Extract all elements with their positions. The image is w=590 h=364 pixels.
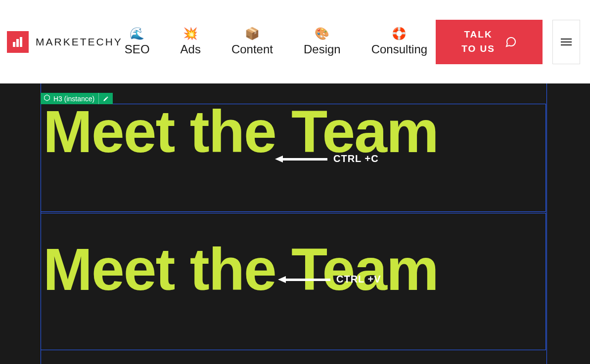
edit-instance-button[interactable] <box>98 93 113 104</box>
package-icon: 📦 <box>245 28 260 40</box>
chat-icon <box>505 36 517 48</box>
nav-item-design[interactable]: 🎨 Design <box>304 28 341 56</box>
site-header: MARKETECHY 🌊 SEO 💥 Ads 📦 Content 🎨 Desig… <box>0 0 590 83</box>
menu-button[interactable] <box>552 20 580 64</box>
component-icon <box>44 94 50 103</box>
annotation-copy-text: CTRL +C <box>333 153 379 164</box>
cta-line1: TALK <box>461 28 495 42</box>
logo-mark[interactable] <box>7 31 29 53</box>
instance-badge-main[interactable]: H3 (instance) <box>41 93 98 104</box>
annotation-copy: CTRL +C <box>275 153 379 164</box>
main-nav: 🌊 SEO 💥 Ads 📦 Content 🎨 Design 🛟 Consult… <box>125 28 427 56</box>
nav-label: Design <box>304 42 341 56</box>
heading-text[interactable]: Meet the Team <box>43 104 544 159</box>
nav-item-ads[interactable]: 💥 Ads <box>181 28 201 56</box>
instance-badge-label: H3 (instance) <box>53 95 94 103</box>
cta-text: TALK TO US <box>461 28 495 56</box>
nav-item-consulting[interactable]: 🛟 Consulting <box>371 28 427 56</box>
talk-to-us-button[interactable]: TALK TO US <box>436 20 543 64</box>
svg-rect-1 <box>16 39 19 47</box>
arrow-left-icon <box>278 277 330 283</box>
pencil-icon <box>103 96 109 102</box>
hamburger-icon <box>561 39 572 45</box>
cta-line2: TO US <box>461 42 495 56</box>
nav-label: Ads <box>181 42 201 56</box>
nav-label: Consulting <box>371 42 427 56</box>
nav-label: Content <box>231 42 273 56</box>
logo-area: MARKETECHY <box>0 31 123 53</box>
svg-rect-2 <box>20 37 22 47</box>
annotation-paste: CTRL +V <box>278 274 381 285</box>
annotation-paste-text: CTRL +V <box>336 274 381 285</box>
arrow-left-icon <box>275 156 327 162</box>
nav-label: SEO <box>125 42 150 56</box>
brand-name[interactable]: MARKETECHY <box>36 36 123 48</box>
palette-icon: 🎨 <box>315 28 329 40</box>
logo-icon <box>12 36 24 48</box>
heading-text[interactable]: Meet the Team <box>43 242 544 296</box>
ring-buoy-icon: 🛟 <box>392 28 407 40</box>
instance-badge[interactable]: H3 (instance) <box>41 93 113 104</box>
svg-rect-0 <box>13 42 15 47</box>
collision-icon: 💥 <box>183 28 198 40</box>
nav-item-content[interactable]: 📦 Content <box>231 28 273 56</box>
nav-item-seo[interactable]: 🌊 SEO <box>125 28 150 56</box>
wave-icon: 🌊 <box>130 28 144 40</box>
